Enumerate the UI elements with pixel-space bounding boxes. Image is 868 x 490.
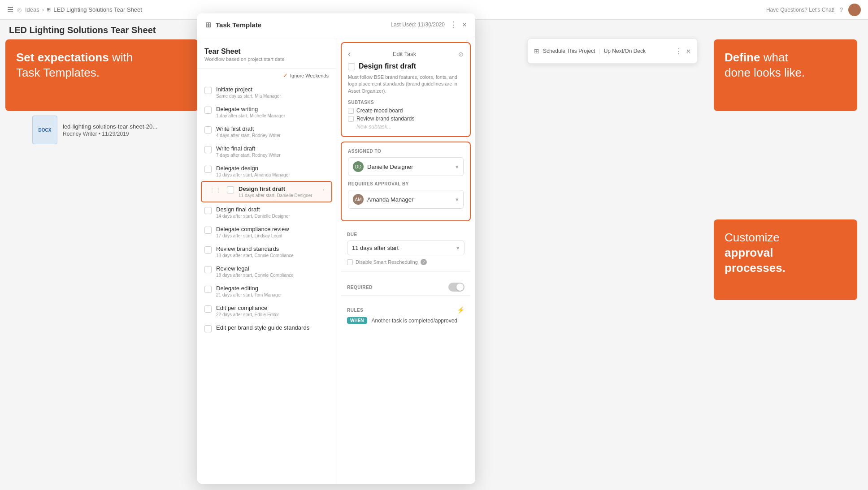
- expand-arrow-icon[interactable]: ›: [322, 187, 324, 192]
- task-item[interactable]: Delegate editing 21 days after start, To…: [197, 281, 336, 301]
- schedule-tab1[interactable]: Schedule This Project: [543, 48, 595, 54]
- user-avatar[interactable]: [848, 4, 861, 16]
- task-name: Delegate writing: [216, 106, 329, 112]
- edit-task-box: ‹ Edit Task ⊘ Design first draft Must fo…: [341, 42, 471, 137]
- breadcrumb-ideas[interactable]: Ideas: [25, 6, 39, 13]
- promo-customize-pre: Customize: [725, 231, 780, 244]
- modal-title: Task Template: [216, 21, 261, 29]
- task-content: Review brand standards 18 days after sta…: [216, 245, 329, 258]
- promo-define: Define whatdone looks like.: [714, 39, 857, 111]
- schedule-modal: ⊞ Schedule This Project | Up Next/On Dec…: [527, 39, 698, 64]
- rules-box: RULES ⚡ WHEN Another task is completed/a…: [341, 300, 471, 330]
- task-item[interactable]: Delegate design 10 days after start, Ama…: [197, 161, 336, 181]
- schedule-tab2[interactable]: Up Next/On Deck: [604, 48, 646, 54]
- lightning-icon: ⚡: [457, 306, 464, 314]
- task-checkbox[interactable]: [204, 166, 212, 173]
- task-item[interactable]: Review legal 18 days after start, Connie…: [197, 262, 336, 281]
- task-checkbox[interactable]: [204, 227, 212, 234]
- task-item[interactable]: Delegate writing 1 day after start, Mich…: [197, 102, 336, 122]
- task-checkbox[interactable]: [204, 126, 212, 133]
- ignore-weekends-check[interactable]: ✓: [283, 72, 288, 79]
- template-header: Tear Sheet Workflow based on project sta…: [197, 43, 336, 69]
- help-icon[interactable]: ?: [840, 7, 843, 13]
- task-checkbox[interactable]: [204, 87, 212, 94]
- task-meta: 1 day after start, Michelle Manager: [216, 113, 329, 118]
- task-meta: 7 days after start, Rodney Writer: [216, 153, 329, 158]
- task-checkbox[interactable]: [204, 266, 212, 273]
- subtask-item: Review brand standards: [348, 116, 464, 122]
- task-item[interactable]: Write first draft 4 days after start, Ro…: [197, 122, 336, 142]
- rules-condition: WHEN Another task is completed/approved: [347, 317, 464, 324]
- drag-handle-icon[interactable]: ⋮⋮: [209, 186, 221, 193]
- file-meta: Rodney Writer • 11/29/2019: [63, 131, 157, 137]
- task-checkbox[interactable]: [204, 207, 212, 214]
- tab-separator: |: [599, 48, 600, 54]
- task-name: Delegate compliance review: [216, 226, 329, 232]
- task-checkbox[interactable]: [204, 146, 212, 153]
- task-name: Delegate editing: [216, 285, 329, 292]
- schedule-close-button[interactable]: ✕: [686, 48, 691, 55]
- new-subtask-input[interactable]: New subtask...: [356, 124, 464, 130]
- due-chevron-icon: [456, 245, 460, 251]
- task-content: Write final draft 7 days after start, Ro…: [216, 145, 329, 158]
- assignee-dropdown[interactable]: DD Danielle Designer: [348, 157, 464, 176]
- task-checkbox[interactable]: [204, 325, 212, 332]
- due-dropdown[interactable]: 11 days after start: [347, 241, 464, 255]
- task-name: Edit per brand style guide standards: [216, 324, 329, 331]
- task-item[interactable]: Edit per brand style guide standards: [197, 321, 336, 336]
- subtask-name: Create mood board: [356, 107, 403, 114]
- task-checkbox[interactable]: [204, 305, 212, 313]
- task-content: Review legal 18 days after start, Connie…: [216, 265, 329, 278]
- task-name: Design first draft: [239, 185, 318, 192]
- modal-close-button[interactable]: ✕: [462, 21, 467, 28]
- task-content: Design first draft 11 days after start, …: [239, 185, 318, 198]
- subtask-checkbox[interactable]: [348, 108, 354, 114]
- task-content: Initiate project Same day as start, Mia …: [216, 86, 329, 99]
- subtasks-label: SUBTASKS: [348, 100, 464, 105]
- task-item[interactable]: Delegate compliance review 17 days after…: [197, 222, 336, 242]
- disable-rescheduling-checkbox[interactable]: [347, 259, 353, 265]
- subtask-checkbox[interactable]: [348, 116, 354, 122]
- task-item[interactable]: Initiate project Same day as start, Mia …: [197, 82, 336, 102]
- task-meta: 18 days after start, Connie Compliance: [216, 273, 329, 278]
- task-template-modal: ⊞ Task Template Last Used: 11/30/2020 ⋮ …: [197, 13, 475, 484]
- task-content: Edit per compliance 22 days after start,…: [216, 305, 329, 317]
- rules-label: RULES: [347, 308, 363, 313]
- edit-task-checkbox[interactable]: [348, 63, 355, 70]
- task-checkbox[interactable]: [227, 186, 234, 193]
- edit-task-title: Edit Task: [351, 51, 458, 57]
- task-item[interactable]: Edit per compliance 22 days after start,…: [197, 301, 336, 321]
- task-checkbox[interactable]: [204, 286, 212, 293]
- toggle-knob: [456, 284, 464, 291]
- chat-text: Have Questions? Let's Chat!: [766, 7, 834, 13]
- subtask-name: Review brand standards: [356, 116, 414, 122]
- hamburger-icon[interactable]: ☰: [7, 5, 13, 14]
- task-item[interactable]: Design final draft 14 days after start, …: [197, 202, 336, 222]
- modal-header: ⊞ Task Template Last Used: 11/30/2020 ⋮ …: [197, 13, 475, 36]
- assignee-chevron-icon: [456, 163, 459, 170]
- task-checkbox[interactable]: [204, 107, 212, 114]
- promo-customize-main: approvalprocesses.: [725, 246, 786, 275]
- approval-label: REQUIRES APPROVAL BY: [348, 181, 464, 186]
- task-content: Delegate editing 21 days after start, To…: [216, 285, 329, 297]
- promo-customize: Customize approvalprocesses.: [714, 219, 857, 300]
- schedule-more-button[interactable]: ⋮: [675, 47, 682, 56]
- approver-dropdown[interactable]: AM Amanda Manager: [348, 190, 464, 209]
- task-name: Initiate project: [216, 86, 329, 93]
- ignore-weekends-row: ✓ Ignore Weekends: [197, 69, 336, 82]
- modal-last-used: Last Used: 11/30/2020: [391, 21, 445, 28]
- required-toggle[interactable]: [448, 283, 464, 292]
- task-meta: 17 days after start, Lindsay Legal: [216, 233, 329, 238]
- file-thumbnail: DOCX led-lighting-solutions-tear-sheet-2…: [32, 116, 157, 144]
- task-name: Review brand standards: [216, 245, 329, 252]
- task-name: Write final draft: [216, 145, 329, 152]
- file-info: led-lighting-solutions-tear-sheet-20... …: [63, 123, 157, 137]
- modal-more-button[interactable]: ⋮: [449, 20, 457, 30]
- task-item-active[interactable]: ⋮⋮ Design first draft 11 days after star…: [201, 181, 332, 202]
- task-name: Edit per compliance: [216, 305, 329, 311]
- task-item[interactable]: Write final draft 7 days after start, Ro…: [197, 142, 336, 161]
- help-icon[interactable]: ?: [421, 259, 427, 265]
- task-item[interactable]: Review brand standards 18 days after sta…: [197, 242, 336, 262]
- edit-task-close-button[interactable]: ⊘: [458, 51, 464, 58]
- task-checkbox[interactable]: [204, 246, 212, 254]
